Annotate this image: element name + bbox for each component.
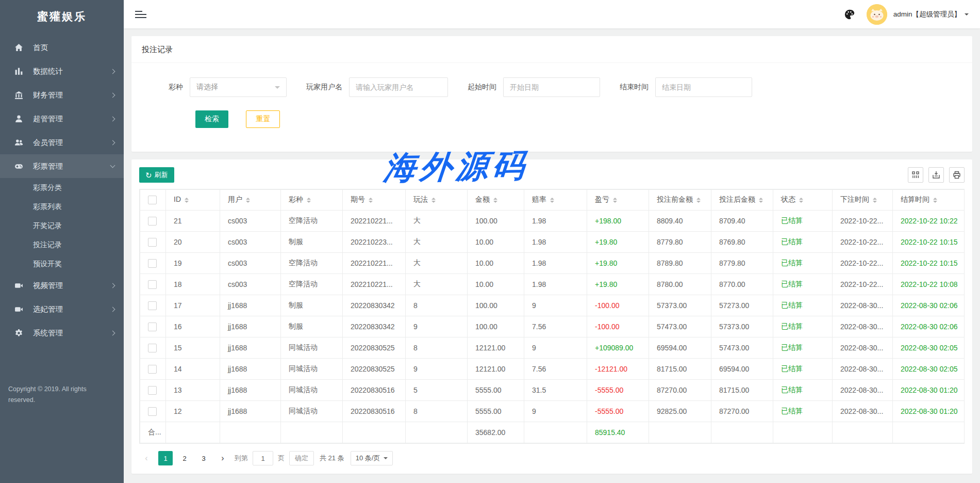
cell-odds: 9 <box>524 295 587 316</box>
sidebar-item[interactable]: 彩票列表 <box>0 197 124 216</box>
sidebar-item[interactable]: 视频管理 <box>0 273 124 297</box>
column-header[interactable]: 结算时间 <box>893 190 965 211</box>
row-checkbox[interactable] <box>148 323 157 331</box>
cell-balance-before: 57373.00 <box>649 295 711 316</box>
sidebar-item[interactable]: 投注记录 <box>0 235 124 254</box>
column-header[interactable]: 下注时间 <box>833 190 893 211</box>
column-header[interactable]: 玩法 <box>406 190 468 211</box>
row-checkbox[interactable] <box>148 407 157 416</box>
sort-icon[interactable] <box>550 196 554 205</box>
sidebar-item[interactable]: 预设开奖 <box>0 254 124 273</box>
cell-odds: 1.98 <box>524 232 587 253</box>
sidebar-item[interactable]: 彩票管理 <box>0 154 124 178</box>
page-number-button[interactable]: 3 <box>196 451 211 465</box>
end-date-input[interactable] <box>655 77 752 97</box>
cell-user: cs003 <box>220 274 281 295</box>
row-checkbox[interactable] <box>148 217 157 226</box>
sidebar-item[interactable]: 数据统计 <box>0 59 124 83</box>
reset-button[interactable]: 重置 <box>246 110 280 128</box>
goto-page-input[interactable] <box>253 451 273 465</box>
cell-odds: 9 <box>524 401 587 422</box>
lottery-select[interactable]: 请选择 <box>190 77 287 97</box>
column-header[interactable]: ID <box>166 190 220 211</box>
column-header[interactable]: 状态 <box>773 190 833 211</box>
sort-icon[interactable] <box>933 196 937 205</box>
sort-icon[interactable] <box>307 196 311 205</box>
search-button[interactable]: 检索 <box>195 110 228 128</box>
cell-lottery: 制服 <box>281 232 343 253</box>
column-header[interactable]: 投注后金额 <box>711 190 773 211</box>
sidebar-item-label: 彩票分类 <box>33 183 62 192</box>
export-icon[interactable] <box>928 167 944 183</box>
sidebar-item[interactable]: 超管管理 <box>0 107 124 131</box>
column-header[interactable]: 金额 <box>468 190 524 211</box>
cell-lottery: 同城活动 <box>281 337 343 359</box>
cell-user: jj1688 <box>220 359 281 380</box>
row-checkbox[interactable] <box>148 238 157 247</box>
sidebar-item[interactable]: 会员管理 <box>0 131 124 154</box>
sort-icon[interactable] <box>493 196 497 205</box>
page-number-label: 1 <box>163 455 167 462</box>
row-checkbox[interactable] <box>148 259 157 268</box>
sort-icon[interactable] <box>696 196 701 205</box>
sidebar-item[interactable]: 系统管理 <box>0 321 124 345</box>
sidebar-item[interactable]: 彩票分类 <box>0 178 124 197</box>
sort-icon[interactable] <box>799 196 803 205</box>
username-field: 玩家用户名 <box>306 77 448 97</box>
sidebar-item[interactable]: 开奖记录 <box>0 216 124 235</box>
row-checkbox[interactable] <box>148 301 157 310</box>
page-number-button[interactable]: 1 <box>158 451 173 465</box>
username-input[interactable] <box>349 77 448 97</box>
row-checkbox[interactable] <box>148 365 157 374</box>
menu-toggle-icon[interactable] <box>135 9 146 20</box>
page-size-select[interactable]: 10 条/页 <box>351 451 393 465</box>
column-header-label: 结算时间 <box>901 195 929 203</box>
column-header[interactable]: 投注前金额 <box>649 190 711 211</box>
print-icon[interactable] <box>949 167 965 183</box>
select-caret-icon <box>384 457 388 461</box>
cell-issue: 20220830525 <box>343 359 406 380</box>
column-header-label: 投注后金额 <box>719 195 755 203</box>
row-checkbox[interactable] <box>148 386 157 395</box>
sidebar-item[interactable]: 财务管理 <box>0 83 124 107</box>
column-header[interactable]: 赔率 <box>524 190 587 211</box>
copyright-line2: reserved. <box>8 395 115 406</box>
sidebar-item-label: 彩票管理 <box>33 162 63 171</box>
sort-icon[interactable] <box>246 196 250 205</box>
theme-palette-icon[interactable] <box>844 9 855 20</box>
column-header-label: 状态 <box>781 195 795 203</box>
sidebar-item[interactable]: 首页 <box>0 36 124 59</box>
start-date-input[interactable] <box>503 77 600 97</box>
sort-icon[interactable] <box>185 196 189 205</box>
columns-icon[interactable] <box>908 167 923 183</box>
prev-page-button[interactable]: ‹ <box>139 451 154 465</box>
copyright-line1: Copyright © 2019. All rights <box>8 384 115 395</box>
refresh-button[interactable]: ↻ 刷新 <box>139 167 174 183</box>
row-checkbox-cell <box>140 359 166 380</box>
confirm-page-button[interactable]: 确定 <box>289 451 314 465</box>
row-checkbox[interactable] <box>148 280 157 289</box>
column-header[interactable]: 用户 <box>220 190 281 211</box>
column-header[interactable]: 盈亏 <box>587 190 649 211</box>
start-time-label: 起始时间 <box>468 83 496 92</box>
column-header[interactable]: 期号 <box>343 190 406 211</box>
table-row: 18 cs003 空降活动 202210221... 大 10.00 1.98 … <box>140 274 965 295</box>
sort-icon[interactable] <box>759 196 763 205</box>
user-menu[interactable]: admin【超级管理员】 <box>893 10 961 19</box>
page-number-button[interactable]: 2 <box>177 451 192 465</box>
sort-icon[interactable] <box>873 196 877 205</box>
next-page-button[interactable]: › <box>215 451 230 465</box>
sort-icon[interactable] <box>431 196 436 205</box>
cell-balance-after: 8779.80 <box>711 253 773 274</box>
avatar[interactable] <box>867 4 887 25</box>
cell-status: 已结算 <box>773 337 833 359</box>
cell-balance-after: 87270.00 <box>711 401 773 422</box>
select-all-checkbox[interactable] <box>148 196 157 204</box>
sort-icon[interactable] <box>613 196 617 205</box>
cell-settle-time: 2022-10-22 10:22 <box>893 211 965 232</box>
column-header[interactable]: 彩种 <box>281 190 343 211</box>
sort-icon[interactable] <box>369 196 373 205</box>
sidebar-item[interactable]: 选妃管理 <box>0 297 124 321</box>
row-checkbox[interactable] <box>148 344 157 352</box>
cell-balance-before: 8809.40 <box>649 211 711 232</box>
